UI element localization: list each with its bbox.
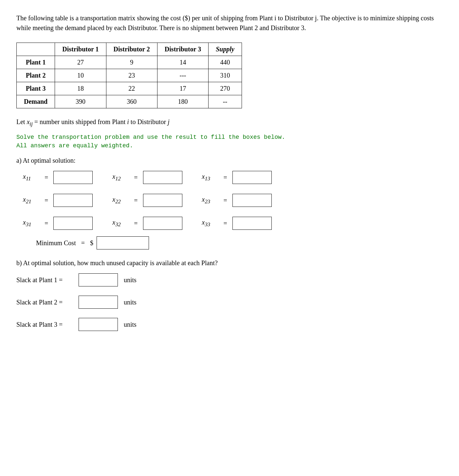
table-header-empty — [17, 43, 55, 56]
cell-demand-dist1: 390 — [55, 95, 106, 108]
input-slack2[interactable] — [79, 296, 118, 309]
equals-x12: = — [134, 174, 138, 181]
instruction-line1: Solve the transportation problem and use… — [16, 134, 443, 140]
var-x13-label: x13 — [202, 173, 218, 182]
input-x11[interactable] — [53, 171, 93, 184]
var-x22-label: x22 — [112, 196, 129, 205]
min-cost-equals: = — [81, 239, 85, 247]
var-x31-item: x31 = — [23, 217, 93, 230]
slack-label-2: Slack at Plant 2 = — [16, 299, 75, 306]
table-row: Plant 2 10 23 --- 310 — [17, 69, 242, 82]
var-x33-item: x33 = — [202, 217, 272, 230]
var-row-3: x31 = x32 = x33 = — [23, 217, 443, 230]
let-prefix: Let — [16, 118, 27, 125]
cell-demand-dist2: 360 — [106, 95, 157, 108]
var-x23-item: x23 = — [202, 194, 272, 207]
units-label-3: units — [124, 321, 137, 328]
input-min-cost[interactable] — [97, 236, 149, 249]
cell-plant2-dist2: 23 — [106, 69, 157, 82]
equals-x21: = — [45, 197, 48, 204]
var-x23-label: x23 — [202, 196, 218, 205]
slack-section: Slack at Plant 1 = units Slack at Plant … — [16, 273, 443, 331]
slack-row-3: Slack at Plant 3 = units — [16, 318, 443, 331]
input-x22[interactable] — [143, 194, 182, 207]
min-cost-row: Minimum Cost = $ — [36, 236, 443, 249]
var-x33-label: x33 — [202, 219, 218, 228]
variables-grid: x11 = x12 = x13 = x21 = x22 = x23 = — [23, 171, 443, 230]
equals-x33: = — [224, 220, 227, 227]
input-x13[interactable] — [232, 171, 272, 184]
cell-plant2-dist1: 10 — [55, 69, 106, 82]
var-x21-item: x21 = — [23, 194, 93, 207]
var-x22-item: x22 = — [112, 194, 182, 207]
cell-plant1-dist3: 14 — [157, 56, 208, 69]
cell-plant1-dist1: 27 — [55, 56, 106, 69]
row-label-plant1: Plant 1 — [17, 56, 55, 69]
var-x31-label: x31 — [23, 219, 39, 228]
var-x13-item: x13 = — [202, 171, 272, 184]
input-slack1[interactable] — [79, 273, 118, 286]
cell-demand-supply: -- — [209, 95, 242, 108]
table-header-dist2: Distributor 2 — [106, 43, 157, 56]
table-row: Demand 390 360 180 -- — [17, 95, 242, 108]
equals-x31: = — [45, 220, 48, 227]
row-label-plant2: Plant 2 — [17, 69, 55, 82]
section-a-label: a) At optimal solution: — [16, 157, 443, 164]
input-x12[interactable] — [143, 171, 182, 184]
var-x12-label: x12 — [112, 173, 129, 182]
var-x32-item: x32 = — [112, 217, 182, 230]
input-x31[interactable] — [53, 217, 93, 230]
cell-plant1-supply: 440 — [209, 56, 242, 69]
cell-plant3-supply: 270 — [209, 82, 242, 95]
j-var: j — [168, 118, 170, 125]
table-row: Plant 3 18 22 17 270 — [17, 82, 242, 95]
var-x12-item: x12 = — [112, 171, 182, 184]
cell-plant3-dist1: 18 — [55, 82, 106, 95]
cell-plant2-supply: 310 — [209, 69, 242, 82]
cell-plant3-dist2: 22 — [106, 82, 157, 95]
let-statement: Let xij = number units shipped from Plan… — [16, 118, 443, 127]
table-row: Plant 1 27 9 14 440 — [17, 56, 242, 69]
let-middle: to Distributor — [129, 118, 168, 125]
table-header-dist1: Distributor 1 — [55, 43, 106, 56]
input-x33[interactable] — [232, 217, 272, 230]
cell-plant3-dist3: 17 — [157, 82, 208, 95]
var-x11-item: x11 = — [23, 171, 93, 184]
var-row-2: x21 = x22 = x23 = — [23, 194, 443, 207]
transport-table: Distributor 1 Distributor 2 Distributor … — [16, 43, 242, 108]
slack-label-3: Slack at Plant 3 = — [16, 321, 75, 328]
var-x11-label: x11 — [23, 173, 39, 182]
row-label-plant3: Plant 3 — [17, 82, 55, 95]
intro-text: The following table is a transportation … — [16, 13, 443, 33]
cell-demand-dist3: 180 — [157, 95, 208, 108]
let-suffix: = number units shipped from Plant — [33, 118, 127, 125]
slack-label-1: Slack at Plant 1 = — [16, 276, 75, 284]
row-label-demand: Demand — [17, 95, 55, 108]
dollar-sign: $ — [90, 239, 93, 247]
table-header-dist3: Distributor 3 — [157, 43, 208, 56]
cell-plant1-dist2: 9 — [106, 56, 157, 69]
input-x32[interactable] — [143, 217, 182, 230]
input-x21[interactable] — [53, 194, 93, 207]
slack-row-1: Slack at Plant 1 = units — [16, 273, 443, 286]
equals-x13: = — [224, 174, 227, 181]
input-slack3[interactable] — [79, 318, 118, 331]
equals-x32: = — [134, 220, 138, 227]
min-cost-label: Minimum Cost — [36, 239, 76, 247]
slack-row-2: Slack at Plant 2 = units — [16, 296, 443, 309]
instruction-line2: All answers are equally weighted. — [16, 142, 443, 149]
cell-plant2-dist3: --- — [157, 69, 208, 82]
table-header-supply: Supply — [209, 43, 242, 56]
equals-x11: = — [45, 174, 48, 181]
units-label-2: units — [124, 299, 137, 306]
units-label-1: units — [124, 276, 137, 284]
section-b-label: b) At optimal solution, how much unused … — [16, 259, 443, 267]
input-x23[interactable] — [232, 194, 272, 207]
var-x21-label: x21 — [23, 196, 39, 205]
var-x32-label: x32 — [112, 219, 129, 228]
xij-var: xij — [27, 118, 33, 125]
equals-x23: = — [224, 197, 227, 204]
var-row-1: x11 = x12 = x13 = — [23, 171, 443, 184]
equals-x22: = — [134, 197, 138, 204]
